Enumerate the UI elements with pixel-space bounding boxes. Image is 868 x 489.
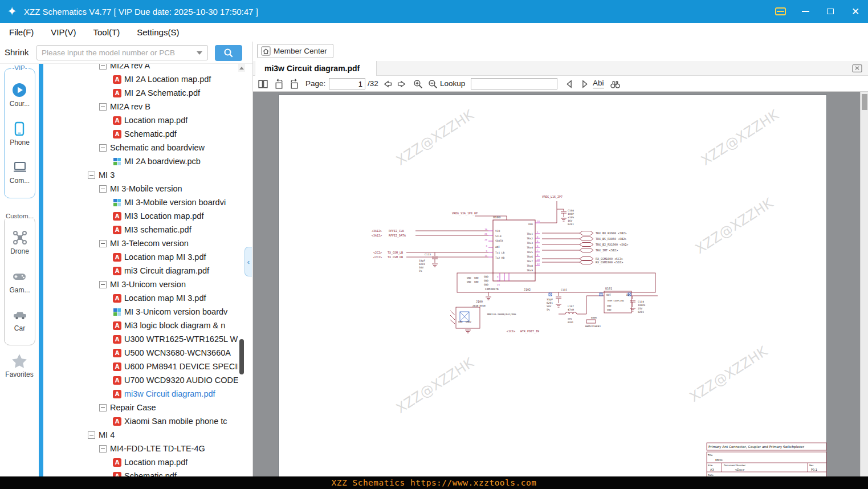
pdf-file-icon: A xyxy=(113,362,121,371)
menu-item-filef[interactable]: File(F) xyxy=(9,27,34,37)
back-icon[interactable] xyxy=(381,78,393,90)
menu-item-vipv[interactable]: VIP(V) xyxy=(51,27,76,37)
tree-item[interactable]: Schematic and boardview xyxy=(43,141,238,154)
zoom-out-icon[interactable] xyxy=(426,78,439,90)
tree-item[interactable]: AU600 PM8941 DEVICE SPECIF xyxy=(43,360,238,373)
sidebar-item-phone[interactable]: Phone xyxy=(10,121,30,146)
menu-item-settingss[interactable]: Settings(S) xyxy=(137,27,179,37)
maximize-button[interactable] xyxy=(818,0,843,23)
watermark: XZZ@XZZHK xyxy=(393,107,478,169)
tree-item-label: U300 WTR1625-WTR1625L W xyxy=(124,335,238,344)
vip-card-icon[interactable] xyxy=(768,0,793,23)
schematic-label: 5% xyxy=(547,308,550,311)
chevron-down-icon[interactable] xyxy=(197,51,202,55)
close-button[interactable]: ✕ xyxy=(843,0,868,23)
viewer-scrollbar-thumb[interactable] xyxy=(862,94,867,110)
model-search-input[interactable] xyxy=(36,45,208,60)
tree-item[interactable]: AXiaomi San mobile phone tc xyxy=(43,414,238,428)
minimize-button[interactable] xyxy=(793,0,818,23)
sidebar-item-games[interactable]: Gam... xyxy=(9,268,30,294)
schematic-label: 0201 xyxy=(547,301,553,304)
tab-document[interactable]: mi3w Circuit diagram.pdf xyxy=(255,61,377,76)
car-icon xyxy=(12,307,28,323)
match-case-icon[interactable]: Abi xyxy=(593,79,604,88)
search-button[interactable] xyxy=(215,45,242,61)
tree-item[interactable]: AMI3 Location map.pdf xyxy=(43,209,238,223)
tree-item[interactable]: MI 3-Mobile version xyxy=(43,182,238,195)
pdf-file-icon: A xyxy=(113,89,121,97)
tree-item[interactable]: MI 3-Unicom version xyxy=(43,278,238,291)
scroll-up-icon[interactable] xyxy=(238,64,245,72)
tree-item[interactable]: ASchematic.pdf xyxy=(43,127,238,141)
pin-number: 9 xyxy=(486,250,488,252)
tree-item[interactable]: AU700 WCD9320 AUDIO CODE xyxy=(43,373,238,387)
tree-item[interactable]: Ami3w Circuit diagram.pdf xyxy=(43,387,238,401)
tree-item[interactable]: MI 4 xyxy=(43,428,238,442)
pin-number: 24 xyxy=(497,283,500,286)
menu-item-toolt[interactable]: Tool(T) xyxy=(93,27,120,37)
custom-group: Custom... Drone Gam... Car xyxy=(4,217,35,345)
sidebar-item-favorites[interactable]: Favorites xyxy=(0,353,39,378)
panel-collapse-handle[interactable]: ‹ xyxy=(244,247,252,276)
collapse-icon[interactable] xyxy=(99,281,107,288)
tree-item-label: Location map.pdf xyxy=(124,116,188,125)
collapse-icon[interactable] xyxy=(99,404,107,411)
collapse-icon[interactable] xyxy=(99,144,107,152)
rotate-left-icon[interactable] xyxy=(272,78,285,90)
pdf-viewer[interactable]: Primary Ant Connector, Coupler and Prima… xyxy=(253,92,860,476)
tree-item[interactable]: MI2A rev B xyxy=(43,100,238,113)
tree-item[interactable]: ALocation map MI 3.pdf xyxy=(43,291,238,305)
tree-item[interactable]: AU500 WCN3680-WCN3660A xyxy=(43,346,238,360)
collapse-icon[interactable] xyxy=(99,64,107,70)
tree-item[interactable]: MI4-FDD-LTE TD-LTE-4G xyxy=(43,442,238,455)
page-layout-icon[interactable] xyxy=(256,78,269,90)
tree-item[interactable]: ASchematic.pdf xyxy=(43,469,238,476)
collapse-icon[interactable] xyxy=(99,445,107,453)
tree-item[interactable]: MI 3-Unicom version boardv xyxy=(43,305,238,319)
close-tab-icon[interactable] xyxy=(852,64,862,73)
viewer-scrollbar[interactable] xyxy=(860,92,868,476)
tree-item[interactable]: ALocation map MI 3.pdf xyxy=(43,250,238,264)
collapse-icon[interactable] xyxy=(99,185,107,193)
tree-item[interactable]: Repair Case xyxy=(43,401,238,414)
tree-item-label: MI 3 xyxy=(99,170,115,180)
tree-item[interactable]: Ami3 Circuit diagram.pdf xyxy=(43,264,238,278)
zoom-in-icon[interactable] xyxy=(411,78,424,90)
prev-result-icon[interactable] xyxy=(563,78,576,90)
tree-item[interactable]: AMi3 logic block diagram & n xyxy=(43,319,238,332)
tree-item[interactable]: AMI 2A Location map.pdf xyxy=(43,72,238,86)
tree-item[interactable]: AU300 WTR1625-WTR1625L W xyxy=(43,332,238,346)
sidebar-item-drone[interactable]: Drone xyxy=(10,230,29,255)
forward-icon[interactable] xyxy=(396,78,408,90)
star-icon xyxy=(11,353,28,369)
tree-item[interactable]: MI 3-Mobile version boardvi xyxy=(43,195,238,209)
member-center-button[interactable]: Member Center xyxy=(257,44,333,58)
tree-item[interactable]: MI2A rev A xyxy=(43,64,238,72)
collapse-icon[interactable] xyxy=(99,103,107,111)
schematic-label: TRx3 xyxy=(527,242,533,244)
tree-scrollbar-thumb[interactable] xyxy=(239,339,244,374)
rotate-right-icon[interactable] xyxy=(288,78,300,90)
shrink-button[interactable]: Shrink xyxy=(5,47,29,57)
binoculars-icon[interactable] xyxy=(609,78,621,90)
pdf-file-icon: A xyxy=(113,349,121,357)
tree-item[interactable]: MI 3-Telecom version xyxy=(43,237,238,250)
drone-icon xyxy=(12,230,28,246)
sidebar-item-course[interactable]: Cour... xyxy=(10,82,30,108)
sidebar-item-car[interactable]: Car xyxy=(12,307,28,332)
collapse-icon[interactable] xyxy=(88,172,95,179)
collapse-icon[interactable] xyxy=(88,431,95,439)
lookup-label: Lookup xyxy=(440,79,465,88)
tree-item[interactable]: ALocation map.pdf xyxy=(43,113,238,127)
tree-item[interactable]: MI 2A boardview.pcb xyxy=(43,154,238,168)
tree-item[interactable]: AMI 2A Schematic.pdf xyxy=(43,86,238,100)
next-result-icon[interactable] xyxy=(578,78,590,90)
schematic-label: CXM3807K xyxy=(485,287,499,291)
lookup-input[interactable] xyxy=(471,78,557,89)
tree-item[interactable]: AMI3 schematic.pdf xyxy=(43,223,238,237)
tree-item[interactable]: ALocation map.pdf xyxy=(43,455,238,469)
tree-item[interactable]: MI 3 xyxy=(43,168,238,182)
collapse-icon[interactable] xyxy=(99,240,107,247)
sidebar-item-computer[interactable]: Com... xyxy=(10,159,30,185)
page-number-input[interactable] xyxy=(329,78,365,89)
